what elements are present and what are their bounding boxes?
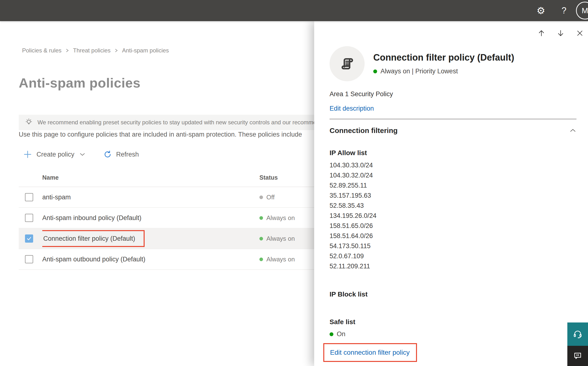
breadcrumb: Policies & rules Threat policies Anti-sp… <box>22 47 169 54</box>
status-label: Always on <box>266 235 295 242</box>
anti-spam-policies-page: ⚙ ? M Policies & rules Threat policies A… <box>0 0 588 366</box>
ip-entry: 134.195.26.0/24 <box>330 211 376 221</box>
close-icon[interactable] <box>575 29 584 38</box>
feedback-button[interactable] <box>567 346 588 366</box>
ip-entry: 104.30.32.0/24 <box>330 170 376 180</box>
status-dot-on <box>259 258 263 261</box>
safe-list-status-label: On <box>337 330 345 338</box>
refresh-button[interactable]: Refresh <box>103 150 139 159</box>
table-row-selected[interactable]: Connection filter policy (Default) Alway… <box>19 229 318 249</box>
toolbar: Create policy Refresh <box>23 148 139 161</box>
help-icon[interactable]: ? <box>556 0 572 21</box>
highlight-red-box: Edit connection filter policy <box>323 343 417 362</box>
table-row[interactable]: Anti-spam outbound policy (Default) Alwa… <box>19 249 318 270</box>
settings-gear-icon[interactable]: ⚙ <box>533 0 549 21</box>
previous-item-arrow-up-icon[interactable] <box>537 29 546 38</box>
policy-name: Anti-spam inbound policy (Default) <box>42 214 259 222</box>
edit-connection-filter-policy-link[interactable]: Edit connection filter policy <box>330 349 410 356</box>
chevron-right-icon <box>65 48 69 53</box>
flyout-title: Connection filter policy (Default) <box>373 53 514 63</box>
status-label: Always on <box>266 256 295 263</box>
policy-description: Area 1 Security Policy <box>330 91 393 98</box>
next-item-arrow-down-icon[interactable] <box>556 29 565 38</box>
breadcrumb-policies-rules[interactable]: Policies & rules <box>22 47 61 54</box>
table-row[interactable]: Anti-spam inbound policy (Default) Alway… <box>19 208 318 229</box>
page-description: Use this page to configure policies that… <box>19 131 318 138</box>
ip-entry: 158.51.64.0/26 <box>330 231 376 241</box>
row-checkbox[interactable] <box>25 214 33 222</box>
status-dot-on <box>259 237 263 240</box>
flyout-nav <box>537 29 584 38</box>
ip-allow-list: 104.30.33.0/24 104.30.32.0/24 52.89.255.… <box>330 160 376 271</box>
ip-entry: 54.173.50.115 <box>330 241 376 251</box>
ip-entry: 52.0.67.109 <box>330 251 376 261</box>
top-app-bar: ⚙ ? M <box>0 0 588 21</box>
connection-filtering-section-header[interactable]: Connection filtering <box>330 127 576 135</box>
row-checkbox[interactable] <box>25 255 33 263</box>
safe-list-status: On <box>330 330 345 338</box>
section-title: Connection filtering <box>330 127 397 135</box>
divider <box>330 119 576 119</box>
chevron-up-icon <box>569 128 576 133</box>
column-header-status: Status <box>259 174 318 181</box>
flyout-status-line: Always on | Priority Lowest <box>381 68 458 75</box>
banner-text: We recommend enabling preset security po… <box>37 119 316 126</box>
table-header: Name Status <box>19 168 318 187</box>
highlight-red-box: Connection filter policy (Default) <box>42 230 145 247</box>
breadcrumb-threat-policies[interactable]: Threat policies <box>73 47 110 54</box>
page-title: Anti-spam policies <box>19 75 140 91</box>
ip-entry: 52.11.209.211 <box>330 261 376 271</box>
plus-icon <box>23 150 32 159</box>
row-checkbox-checked[interactable] <box>25 235 33 243</box>
refresh-label: Refresh <box>116 151 139 158</box>
chevron-right-icon <box>114 48 118 53</box>
policy-detail-flyout: Connection filter policy (Default) Alway… <box>314 21 588 366</box>
column-header-name: Name <box>42 174 259 181</box>
ip-entry: 158.51.65.0/26 <box>330 221 376 231</box>
safe-list-title: Safe list <box>330 318 355 326</box>
ip-entry: 52.89.255.11 <box>330 180 376 191</box>
support-button[interactable] <box>567 322 588 346</box>
flyout-header: Connection filter policy (Default) Alway… <box>330 46 514 81</box>
account-avatar[interactable]: M <box>576 2 588 19</box>
policy-scroll-icon <box>330 46 365 81</box>
create-policy-button[interactable]: Create policy <box>23 150 86 159</box>
policy-table: Name Status anti-spam Off Anti-spam inbo… <box>19 168 318 270</box>
status-dot-on <box>259 216 263 220</box>
breadcrumb-anti-spam-policies[interactable]: Anti-spam policies <box>122 47 169 54</box>
ip-entry: 35.157.195.63 <box>330 191 376 201</box>
policy-name: anti-spam <box>42 194 259 201</box>
create-policy-label: Create policy <box>37 151 74 158</box>
status-dot-on <box>373 69 377 73</box>
lightbulb-icon <box>24 118 33 127</box>
status-label: Always on <box>266 214 295 222</box>
chevron-down-icon <box>79 152 86 157</box>
policy-name: Connection filter policy (Default) <box>43 235 135 242</box>
status-label: Off <box>266 194 275 201</box>
headset-icon <box>572 329 583 340</box>
ip-allow-list-title: IP Allow list <box>330 149 367 157</box>
policy-name: Anti-spam outbound policy (Default) <box>42 256 259 263</box>
row-checkbox[interactable] <box>25 193 33 201</box>
status-dot-off <box>259 196 263 199</box>
refresh-icon <box>103 150 112 159</box>
edit-description-link[interactable]: Edit description <box>330 105 374 112</box>
feedback-chat-icon <box>573 351 582 361</box>
ip-entry: 52.58.35.43 <box>330 201 376 211</box>
status-dot-on <box>330 332 333 336</box>
ip-block-list-title: IP Block list <box>330 290 368 298</box>
recommendation-banner: We recommend enabling preset security po… <box>19 115 321 130</box>
table-row[interactable]: anti-spam Off <box>19 187 318 208</box>
ip-entry: 104.30.33.0/24 <box>330 160 376 170</box>
